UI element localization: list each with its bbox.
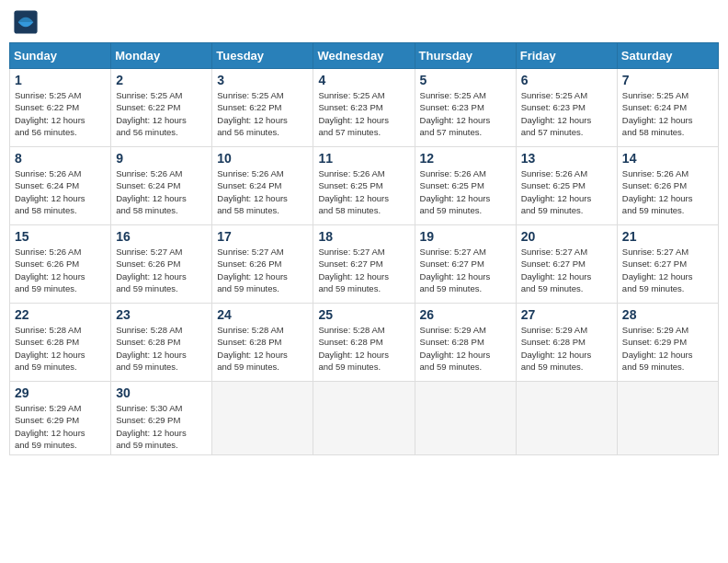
day-info: Sunrise: 5:27 AM Sunset: 6:27 PM Dayligh…	[420, 246, 511, 294]
calendar-cell: 30Sunrise: 5:30 AM Sunset: 6:29 PM Dayli…	[111, 382, 212, 455]
day-number: 14	[622, 151, 713, 166]
calendar-cell: 6Sunrise: 5:25 AM Sunset: 6:23 PM Daylig…	[516, 69, 617, 147]
calendar-cell	[617, 382, 718, 455]
day-number: 19	[420, 229, 511, 244]
weekday-header-monday: Monday	[111, 43, 212, 69]
calendar-cell: 12Sunrise: 5:26 AM Sunset: 6:25 PM Dayli…	[415, 147, 516, 225]
weekday-header-saturday: Saturday	[617, 43, 718, 69]
calendar-cell: 11Sunrise: 5:26 AM Sunset: 6:25 PM Dayli…	[313, 147, 415, 225]
calendar-cell: 17Sunrise: 5:27 AM Sunset: 6:26 PM Dayli…	[212, 225, 313, 304]
day-info: Sunrise: 5:27 AM Sunset: 6:26 PM Dayligh…	[116, 246, 207, 294]
calendar-cell: 3Sunrise: 5:25 AM Sunset: 6:22 PM Daylig…	[212, 69, 313, 147]
day-number: 30	[116, 385, 207, 400]
calendar-table: SundayMondayTuesdayWednesdayThursdayFrid…	[9, 42, 719, 455]
day-number: 4	[318, 73, 409, 87]
calendar-cell: 24Sunrise: 5:28 AM Sunset: 6:28 PM Dayli…	[212, 304, 313, 382]
calendar-cell: 21Sunrise: 5:27 AM Sunset: 6:27 PM Dayli…	[617, 225, 718, 304]
day-info: Sunrise: 5:27 AM Sunset: 6:26 PM Dayligh…	[217, 246, 308, 294]
weekday-header-thursday: Thursday	[415, 43, 516, 69]
calendar-cell: 29Sunrise: 5:29 AM Sunset: 6:29 PM Dayli…	[10, 382, 111, 455]
day-number: 5	[420, 73, 511, 87]
day-number: 12	[420, 151, 511, 166]
day-info: Sunrise: 5:26 AM Sunset: 6:24 PM Dayligh…	[217, 167, 308, 216]
page-header	[9, 9, 719, 35]
day-number: 24	[217, 307, 308, 322]
day-number: 25	[318, 307, 409, 322]
day-info: Sunrise: 5:26 AM Sunset: 6:26 PM Dayligh…	[622, 167, 713, 216]
day-number: 16	[116, 229, 207, 244]
calendar-cell: 4Sunrise: 5:25 AM Sunset: 6:23 PM Daylig…	[313, 69, 415, 147]
day-info: Sunrise: 5:26 AM Sunset: 6:25 PM Dayligh…	[420, 167, 511, 216]
calendar-cell: 15Sunrise: 5:26 AM Sunset: 6:26 PM Dayli…	[10, 225, 111, 304]
calendar-cell: 23Sunrise: 5:28 AM Sunset: 6:28 PM Dayli…	[111, 304, 212, 382]
calendar-cell	[516, 382, 617, 455]
calendar-cell: 27Sunrise: 5:29 AM Sunset: 6:28 PM Dayli…	[516, 304, 617, 382]
day-info: Sunrise: 5:26 AM Sunset: 6:26 PM Dayligh…	[15, 246, 106, 294]
day-number: 1	[15, 73, 106, 87]
calendar-cell: 14Sunrise: 5:26 AM Sunset: 6:26 PM Dayli…	[617, 147, 718, 225]
day-info: Sunrise: 5:25 AM Sunset: 6:24 PM Dayligh…	[622, 89, 713, 138]
day-info: Sunrise: 5:27 AM Sunset: 6:27 PM Dayligh…	[318, 246, 409, 294]
calendar-cell: 5Sunrise: 5:25 AM Sunset: 6:23 PM Daylig…	[415, 69, 516, 147]
day-info: Sunrise: 5:25 AM Sunset: 6:22 PM Dayligh…	[15, 89, 106, 138]
day-number: 18	[318, 229, 409, 244]
calendar-cell: 28Sunrise: 5:29 AM Sunset: 6:29 PM Dayli…	[617, 304, 718, 382]
day-number: 7	[622, 73, 713, 87]
day-info: Sunrise: 5:25 AM Sunset: 6:22 PM Dayligh…	[217, 89, 308, 138]
calendar-cell: 22Sunrise: 5:28 AM Sunset: 6:28 PM Dayli…	[10, 304, 111, 382]
day-number: 20	[521, 229, 612, 244]
day-number: 22	[15, 307, 106, 322]
calendar-cell: 8Sunrise: 5:26 AM Sunset: 6:24 PM Daylig…	[10, 147, 111, 225]
day-number: 27	[521, 307, 612, 322]
calendar-cell: 7Sunrise: 5:25 AM Sunset: 6:24 PM Daylig…	[617, 69, 718, 147]
logo	[13, 9, 42, 35]
day-number: 17	[217, 229, 308, 244]
logo-icon	[13, 9, 39, 35]
day-info: Sunrise: 5:29 AM Sunset: 6:28 PM Dayligh…	[521, 324, 612, 373]
calendar-cell: 26Sunrise: 5:29 AM Sunset: 6:28 PM Dayli…	[415, 304, 516, 382]
day-number: 8	[15, 151, 106, 166]
day-info: Sunrise: 5:26 AM Sunset: 6:25 PM Dayligh…	[521, 167, 612, 216]
calendar-cell: 13Sunrise: 5:26 AM Sunset: 6:25 PM Dayli…	[516, 147, 617, 225]
day-info: Sunrise: 5:29 AM Sunset: 6:29 PM Dayligh…	[622, 324, 713, 373]
day-info: Sunrise: 5:28 AM Sunset: 6:28 PM Dayligh…	[15, 324, 106, 373]
day-number: 2	[116, 73, 207, 87]
day-number: 26	[420, 307, 511, 322]
day-number: 15	[15, 229, 106, 244]
calendar-cell: 9Sunrise: 5:26 AM Sunset: 6:24 PM Daylig…	[111, 147, 212, 225]
day-info: Sunrise: 5:28 AM Sunset: 6:28 PM Dayligh…	[217, 324, 308, 373]
weekday-header-wednesday: Wednesday	[313, 43, 415, 69]
day-info: Sunrise: 5:28 AM Sunset: 6:28 PM Dayligh…	[318, 324, 409, 373]
calendar-week-3: 15Sunrise: 5:26 AM Sunset: 6:26 PM Dayli…	[10, 225, 719, 304]
day-info: Sunrise: 5:29 AM Sunset: 6:29 PM Dayligh…	[15, 402, 106, 451]
day-number: 6	[521, 73, 612, 87]
day-info: Sunrise: 5:30 AM Sunset: 6:29 PM Dayligh…	[116, 402, 207, 451]
calendar-cell	[313, 382, 415, 455]
weekday-header-tuesday: Tuesday	[212, 43, 313, 69]
calendar-cell: 25Sunrise: 5:28 AM Sunset: 6:28 PM Dayli…	[313, 304, 415, 382]
day-info: Sunrise: 5:26 AM Sunset: 6:25 PM Dayligh…	[318, 167, 409, 216]
day-number: 21	[622, 229, 713, 244]
day-info: Sunrise: 5:28 AM Sunset: 6:28 PM Dayligh…	[116, 324, 207, 373]
day-number: 29	[15, 385, 106, 400]
calendar-cell: 18Sunrise: 5:27 AM Sunset: 6:27 PM Dayli…	[313, 225, 415, 304]
calendar-week-4: 22Sunrise: 5:28 AM Sunset: 6:28 PM Dayli…	[10, 304, 719, 382]
calendar-cell: 2Sunrise: 5:25 AM Sunset: 6:22 PM Daylig…	[111, 69, 212, 147]
day-number: 11	[318, 151, 409, 166]
weekday-header-row: SundayMondayTuesdayWednesdayThursdayFrid…	[10, 43, 719, 69]
weekday-header-sunday: Sunday	[10, 43, 111, 69]
day-info: Sunrise: 5:27 AM Sunset: 6:27 PM Dayligh…	[521, 246, 612, 294]
day-info: Sunrise: 5:25 AM Sunset: 6:23 PM Dayligh…	[318, 89, 409, 138]
day-number: 3	[217, 73, 308, 87]
calendar-cell: 10Sunrise: 5:26 AM Sunset: 6:24 PM Dayli…	[212, 147, 313, 225]
calendar-cell	[415, 382, 516, 455]
calendar-cell: 19Sunrise: 5:27 AM Sunset: 6:27 PM Dayli…	[415, 225, 516, 304]
day-info: Sunrise: 5:25 AM Sunset: 6:23 PM Dayligh…	[521, 89, 612, 138]
calendar-cell: 20Sunrise: 5:27 AM Sunset: 6:27 PM Dayli…	[516, 225, 617, 304]
weekday-header-friday: Friday	[516, 43, 617, 69]
calendar-cell	[212, 382, 313, 455]
calendar-cell: 16Sunrise: 5:27 AM Sunset: 6:26 PM Dayli…	[111, 225, 212, 304]
day-info: Sunrise: 5:29 AM Sunset: 6:28 PM Dayligh…	[420, 324, 511, 373]
day-info: Sunrise: 5:27 AM Sunset: 6:27 PM Dayligh…	[622, 246, 713, 294]
day-info: Sunrise: 5:25 AM Sunset: 6:23 PM Dayligh…	[420, 89, 511, 138]
